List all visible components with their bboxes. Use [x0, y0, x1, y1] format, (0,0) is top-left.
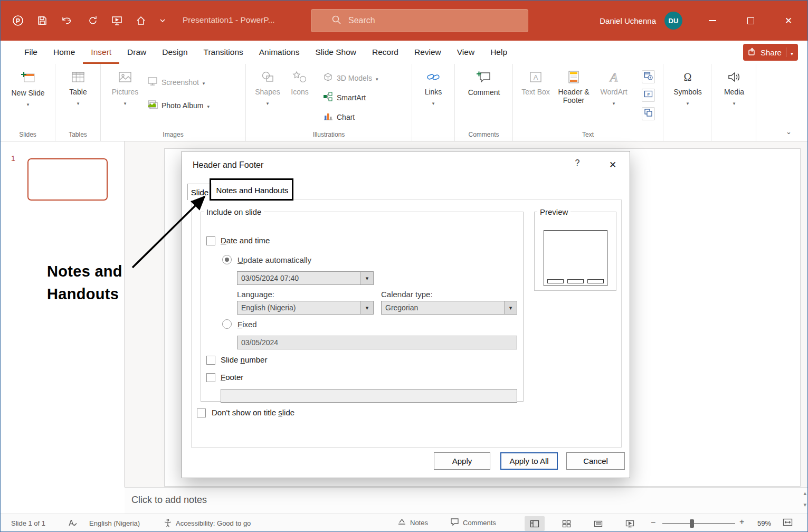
fit-slide-to-window-icon[interactable]	[783, 518, 793, 528]
tab-transitions[interactable]: Transitions	[196, 41, 251, 64]
customize-toolbar-chevron-icon[interactable]	[159, 18, 166, 23]
cancel-button[interactable]: Cancel	[566, 452, 625, 470]
redo-icon[interactable]	[88, 15, 98, 26]
calendar-type-label: Calendar type:	[381, 290, 433, 299]
comment-button[interactable]: Comment	[465, 70, 502, 97]
group-media: Media	[711, 64, 756, 141]
dialog-help-button[interactable]: ?	[571, 158, 584, 172]
language-combobox[interactable]: English (Nigeria)	[237, 301, 374, 315]
share-button[interactable]: Share	[743, 44, 798, 61]
slide-indicator[interactable]: Slide 1 of 1	[11, 519, 45, 527]
avatar[interactable]: DU	[664, 12, 682, 30]
calendar-combobox[interactable]: Gregorian	[381, 301, 517, 315]
spell-check-icon[interactable]	[68, 518, 77, 529]
datetime-dropdown-icon[interactable]	[360, 272, 373, 284]
dialog-close-button[interactable]	[604, 157, 621, 172]
scroll-up-icon[interactable]	[803, 490, 806, 497]
slide-number-checkbox[interactable]	[206, 356, 215, 365]
svg-text:Ω: Ω	[684, 71, 692, 83]
table-button[interactable]: Table	[62, 70, 94, 107]
search-box[interactable]: Search	[311, 9, 528, 32]
smartart-button[interactable]: SmartArt	[323, 92, 366, 103]
icons-button[interactable]: Icons	[286, 70, 313, 96]
apply-button[interactable]: Apply	[434, 452, 490, 470]
home-icon[interactable]	[136, 15, 146, 26]
minimize-icon	[709, 20, 716, 21]
tab-review[interactable]: Review	[406, 41, 449, 64]
zoom-level[interactable]: 59%	[757, 519, 771, 527]
wordart-button[interactable]: A WordArt	[596, 70, 631, 107]
tab-animations[interactable]: Animations	[251, 41, 308, 64]
accessibility-icon[interactable]	[163, 518, 173, 529]
tab-help[interactable]: Help	[482, 41, 515, 64]
language-indicator[interactable]: English (Nigeria)	[89, 519, 140, 527]
slideshow-view-button[interactable]	[620, 516, 640, 531]
pictures-button[interactable]: Pictures	[109, 70, 141, 107]
notes-placeholder[interactable]: Click to add notes	[131, 495, 207, 506]
zoom-out-button[interactable]	[651, 518, 655, 527]
zoom-slider-thumb[interactable]	[690, 519, 694, 528]
notes-pane[interactable]: Click to add notes	[125, 487, 808, 514]
tab-record[interactable]: Record	[364, 41, 406, 64]
tab-draw[interactable]: Draw	[119, 41, 154, 64]
tab-insert[interactable]: Insert	[83, 41, 119, 64]
date-time-checkbox[interactable]	[206, 236, 215, 245]
footer-checkbox[interactable]	[206, 373, 215, 382]
zoom-in-button[interactable]	[739, 517, 744, 527]
slide-thumbnail-panel: 1	[1, 141, 125, 487]
insert-slide-number-button[interactable]: #	[642, 89, 655, 102]
ribbon: New Slide Slides Table Tables Pictures S…	[1, 64, 807, 141]
fixed-date-textbox[interactable]: 03/05/2024	[237, 336, 517, 349]
pictures-chevron-icon	[124, 98, 127, 107]
maximize-button[interactable]	[731, 1, 769, 41]
text-box-button[interactable]: A Text Box	[520, 70, 551, 96]
collapse-ribbon-icon[interactable]	[786, 128, 792, 136]
chart-button[interactable]: Chart	[323, 111, 355, 122]
scroll-down-icon[interactable]	[803, 501, 806, 508]
tab-design[interactable]: Design	[154, 41, 195, 64]
date-time-button[interactable]	[642, 70, 655, 83]
photo-album-button[interactable]: Photo Album	[147, 100, 210, 111]
start-slideshow-icon[interactable]	[111, 15, 122, 26]
date-time-label: Date and time	[221, 236, 270, 245]
accessibility-status[interactable]: Accessibility: Good to go	[176, 519, 251, 527]
fixed-radio[interactable]	[222, 319, 232, 329]
zoom-slider[interactable]	[662, 523, 735, 524]
insert-object-button[interactable]	[642, 107, 655, 120]
tab-slide-dialog[interactable]: Slide	[187, 184, 212, 200]
minimize-button[interactable]	[693, 1, 731, 41]
save-icon[interactable]	[37, 15, 47, 26]
reading-view-button[interactable]	[588, 516, 608, 531]
apply-to-all-button[interactable]: Apply to All	[500, 452, 558, 470]
datetime-combobox[interactable]: 03/05/2024 07:40	[237, 271, 374, 285]
normal-view-button[interactable]	[525, 516, 545, 531]
tab-view[interactable]: View	[449, 41, 482, 64]
svg-text:A: A	[534, 73, 538, 81]
tab-file[interactable]: File	[16, 41, 45, 64]
tab-home[interactable]: Home	[45, 41, 83, 64]
new-slide-button[interactable]: New Slide	[8, 70, 47, 108]
shapes-button[interactable]: Shapes	[252, 70, 283, 107]
language-dropdown-icon[interactable]	[360, 301, 373, 314]
3d-models-button[interactable]: 3D Models	[323, 72, 378, 84]
calendar-dropdown-icon[interactable]	[504, 301, 517, 314]
comments-toggle-button[interactable]: Comments	[450, 518, 496, 527]
update-automatically-radio[interactable]	[222, 255, 232, 264]
screenshot-button[interactable]: Screenshot	[147, 77, 205, 88]
shapes-icon	[260, 70, 275, 86]
tab-slide-show[interactable]: Slide Show	[307, 41, 364, 64]
slide-sorter-view-button[interactable]	[556, 516, 576, 531]
notes-icon	[397, 518, 406, 527]
slide-thumbnail[interactable]	[27, 158, 108, 201]
symbols-button[interactable]: Ω Symbols	[672, 70, 704, 107]
close-button[interactable]	[769, 1, 807, 41]
undo-icon[interactable]	[61, 15, 74, 26]
media-button[interactable]: Media	[719, 70, 749, 107]
footer-textbox[interactable]	[221, 389, 517, 403]
include-on-slide-legend: Include on slide	[204, 207, 264, 216]
notes-toggle-button[interactable]: Notes	[397, 518, 428, 527]
dont-show-title-checkbox[interactable]	[197, 408, 206, 417]
links-button[interactable]: Links	[419, 70, 448, 107]
header-footer-button[interactable]: Header & Footer	[556, 70, 591, 104]
tab-notes-and-handouts[interactable]: Notes and Handouts	[213, 180, 292, 200]
